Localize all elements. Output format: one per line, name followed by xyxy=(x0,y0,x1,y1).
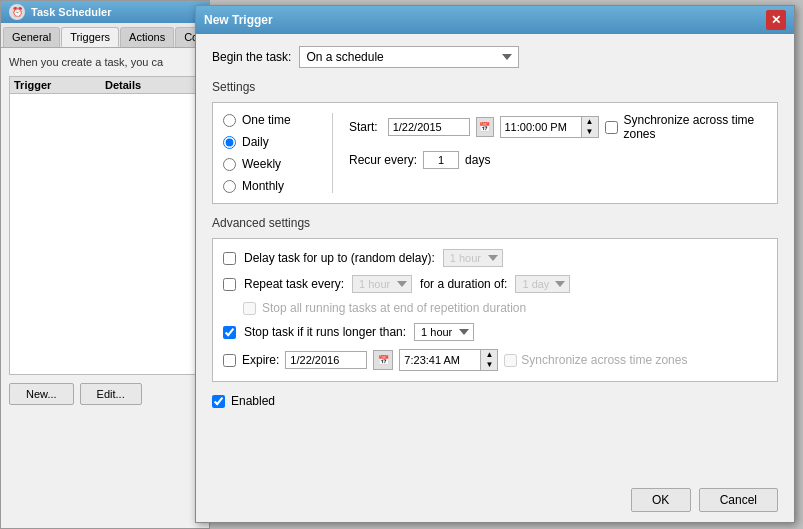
enabled-row: Enabled xyxy=(212,394,778,408)
bg-content: When you create a task, you ca Trigger D… xyxy=(1,48,209,413)
stop-longer-select[interactable]: 1 hour xyxy=(414,323,474,341)
close-button[interactable]: ✕ xyxy=(766,10,786,30)
schedule-details: Start: 📅 ▲ ▼ Synchronize across time zon… xyxy=(349,113,767,193)
expire-time-group: ▲ ▼ xyxy=(399,349,498,371)
bg-title-bar: ⏰ Task Scheduler xyxy=(1,1,209,23)
bg-table-header: Trigger Details xyxy=(10,77,200,94)
recur-every-input[interactable] xyxy=(423,151,459,169)
bg-title-icon: ⏰ xyxy=(9,4,25,20)
stop-longer-row: Stop task if it runs longer than: 1 hour xyxy=(223,323,767,341)
bg-tab-triggers[interactable]: Triggers xyxy=(61,27,119,47)
bg-table: Trigger Details xyxy=(9,76,201,375)
repeat-task-row: Repeat task every: 1 hour for a duration… xyxy=(223,275,767,293)
start-label: Start: xyxy=(349,120,378,134)
advanced-settings-container: Delay task for up to (random delay): 1 h… xyxy=(212,238,778,382)
delay-task-row: Delay task for up to (random delay): 1 h… xyxy=(223,249,767,267)
dialog-title-bar: New Trigger ✕ xyxy=(196,6,794,34)
bg-tab-actions[interactable]: Actions xyxy=(120,27,174,47)
enabled-checkbox[interactable] xyxy=(212,395,225,408)
stop-running-row: Stop all running tasks at end of repetit… xyxy=(223,301,767,315)
expire-time-down-button[interactable]: ▼ xyxy=(481,360,497,370)
expire-checkbox[interactable] xyxy=(223,354,236,367)
bg-buttons: New... Edit... xyxy=(9,383,201,405)
bg-tab-general[interactable]: General xyxy=(3,27,60,47)
stop-running-checkbox[interactable] xyxy=(243,302,256,315)
time-down-button[interactable]: ▼ xyxy=(582,127,598,137)
daily-option[interactable]: Daily xyxy=(223,135,320,149)
delay-task-checkbox[interactable] xyxy=(223,252,236,265)
stop-longer-checkbox[interactable] xyxy=(223,326,236,339)
start-row: Start: 📅 ▲ ▼ Synchronize across time zon… xyxy=(349,113,767,141)
repeat-task-checkbox[interactable] xyxy=(223,278,236,291)
schedule-type-group: One time Daily Weekly Monthly xyxy=(223,113,333,193)
repeat-task-select[interactable]: 1 hour xyxy=(352,275,412,293)
dialog-body: Begin the task: On a schedule Settings O… xyxy=(196,34,794,420)
sync-timezone-checkbox[interactable] xyxy=(605,121,618,134)
delay-task-select[interactable]: 1 hour xyxy=(443,249,503,267)
stop-running-label-row: Stop all running tasks at end of repetit… xyxy=(243,301,767,315)
monthly-option[interactable]: Monthly xyxy=(223,179,320,193)
start-date-picker-button[interactable]: 📅 xyxy=(476,117,494,137)
col-trigger: Trigger xyxy=(14,79,105,91)
recur-row: Recur every: days xyxy=(349,151,767,169)
dialog-footer: OK Cancel xyxy=(631,488,778,512)
expire-date-input[interactable] xyxy=(285,351,367,369)
bg-tabs: General Triggers Actions Co xyxy=(1,23,209,48)
one-time-radio[interactable] xyxy=(223,114,236,127)
settings-container: One time Daily Weekly Monthly xyxy=(212,102,778,204)
settings-label: Settings xyxy=(212,80,778,94)
daily-radio[interactable] xyxy=(223,136,236,149)
duration-select[interactable]: 1 day xyxy=(515,275,570,293)
edit-button[interactable]: Edit... xyxy=(80,383,142,405)
ok-button[interactable]: OK xyxy=(631,488,691,512)
bg-title-text: Task Scheduler xyxy=(31,6,112,18)
time-up-button[interactable]: ▲ xyxy=(582,117,598,127)
dialog-title: New Trigger xyxy=(204,13,273,27)
expire-row: Expire: 📅 ▲ ▼ Synchronize across time zo… xyxy=(223,349,767,371)
expire-sync-row: Synchronize across time zones xyxy=(504,353,687,367)
one-time-option[interactable]: One time xyxy=(223,113,320,127)
begin-task-row: Begin the task: On a schedule xyxy=(212,46,778,68)
expire-date-picker-button[interactable]: 📅 xyxy=(373,350,393,370)
expire-sync-checkbox[interactable] xyxy=(504,354,517,367)
sync-timezone-row[interactable]: Synchronize across time zones xyxy=(605,113,768,141)
cancel-button[interactable]: Cancel xyxy=(699,488,778,512)
start-time-input[interactable] xyxy=(501,119,581,135)
expire-time-input[interactable] xyxy=(400,352,480,368)
begin-task-label: Begin the task: xyxy=(212,50,291,64)
begin-task-select[interactable]: On a schedule xyxy=(299,46,519,68)
background-window: ⏰ Task Scheduler General Triggers Action… xyxy=(0,0,210,529)
expire-time-up-button[interactable]: ▲ xyxy=(481,350,497,360)
weekly-radio[interactable] xyxy=(223,158,236,171)
time-spinner: ▲ ▼ xyxy=(581,117,598,137)
bg-description: When you create a task, you ca xyxy=(9,56,201,68)
col-details: Details xyxy=(105,79,196,91)
start-date-input[interactable] xyxy=(388,118,470,136)
expire-time-spinner: ▲ ▼ xyxy=(480,350,497,370)
new-button[interactable]: New... xyxy=(9,383,74,405)
bg-table-body xyxy=(10,94,200,374)
advanced-settings-label: Advanced settings xyxy=(212,216,778,230)
monthly-radio[interactable] xyxy=(223,180,236,193)
new-trigger-dialog: New Trigger ✕ Begin the task: On a sched… xyxy=(195,5,795,523)
start-time-group: ▲ ▼ xyxy=(500,116,599,138)
weekly-option[interactable]: Weekly xyxy=(223,157,320,171)
